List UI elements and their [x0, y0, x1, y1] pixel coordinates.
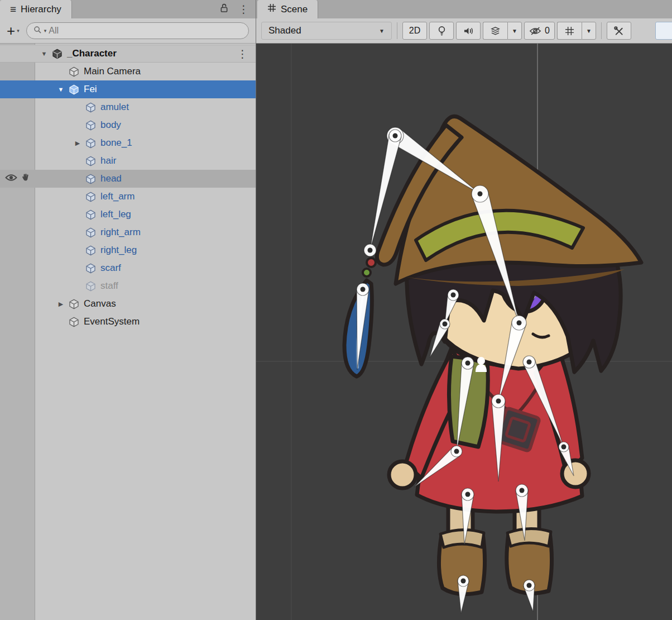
- gameobject-cube-icon: [67, 66, 80, 77]
- scene-panel: Scene Shaded ▼ 2D ▼: [256, 0, 672, 620]
- component-tools-button[interactable]: [607, 22, 631, 40]
- scene-viewport[interactable]: [256, 44, 672, 620]
- toolbar-separator: [601, 22, 602, 39]
- hierarchy-item-right-arm[interactable]: right_arm: [0, 223, 256, 241]
- hierarchy-item-canvas[interactable]: ▶Canvas: [0, 295, 256, 313]
- shading-mode-label: Shaded: [268, 25, 301, 36]
- hierarchy-item-fei[interactable]: ▼Fei: [0, 80, 256, 98]
- hierarchy-item-amulet[interactable]: amulet: [0, 98, 256, 116]
- row-gutter: [0, 313, 35, 331]
- lock-icon[interactable]: [220, 3, 228, 15]
- lighting-toggle-button[interactable]: [429, 22, 454, 40]
- gameobject-cube-icon: [84, 137, 97, 149]
- tab-hierarchy[interactable]: ≡ Hierarchy: [0, 0, 72, 18]
- search-filter-caret-icon[interactable]: ▾: [44, 28, 47, 34]
- scene-tabbar: Scene: [256, 0, 672, 18]
- panel-menu-icon: ≡: [10, 4, 16, 15]
- tab-scene[interactable]: Scene: [257, 0, 318, 18]
- search-input[interactable]: [49, 26, 242, 36]
- gameobject-cube-icon: [84, 209, 97, 220]
- grid-visibility-button[interactable]: [557, 22, 582, 40]
- toolbar-separator: [397, 22, 397, 39]
- gameobject-cube-icon: [67, 84, 80, 95]
- hierarchy-item-label: scarf: [100, 263, 121, 274]
- hierarchy-tree: ▼_Character⋮Main Camera▼Feiamuletbody▶bo…: [0, 44, 256, 331]
- gameobject-cube-icon: [84, 155, 97, 166]
- expand-triangle-icon[interactable]: ▶: [55, 301, 67, 308]
- grid-dropdown-button[interactable]: ▼: [582, 22, 596, 40]
- search-icon: [33, 26, 42, 36]
- gameobject-cube-icon: [67, 298, 80, 309]
- scene-toolbar: Shaded ▼ 2D ▼ 0: [256, 18, 672, 44]
- pickability-hand-icon[interactable]: [21, 173, 31, 185]
- expand-triangle-icon[interactable]: ▶: [71, 140, 84, 147]
- scene-options-icon[interactable]: ⋮: [237, 47, 248, 60]
- hierarchy-item-body[interactable]: body: [0, 116, 256, 134]
- 2d-toggle-button[interactable]: 2D: [402, 22, 427, 40]
- hierarchy-item-staff[interactable]: staff: [0, 277, 256, 295]
- scene-canvas: [256, 44, 672, 620]
- hierarchy-search[interactable]: ▾: [26, 22, 249, 39]
- shading-mode-dropdown[interactable]: Shaded ▼: [261, 22, 392, 40]
- hierarchy-item-label: amulet: [100, 102, 129, 113]
- hierarchy-item-head[interactable]: head: [0, 170, 256, 188]
- add-object-button[interactable]: + ▾: [7, 23, 20, 38]
- kebab-menu-icon[interactable]: ⋮: [238, 3, 249, 16]
- gameobject-cube-icon: [84, 227, 97, 238]
- hierarchy-item-label: left_arm: [100, 191, 135, 202]
- hierarchy-item-label: head: [100, 173, 122, 184]
- row-gutter: [0, 63, 35, 80]
- hierarchy-item-scarf[interactable]: scarf: [0, 259, 256, 277]
- hierarchy-item-hair[interactable]: hair: [0, 152, 256, 170]
- effects-dropdown-button[interactable]: ▼: [507, 22, 522, 40]
- hierarchy-item-label: hair: [100, 155, 116, 166]
- gameobject-cube-icon: [84, 245, 97, 256]
- hierarchy-tree-area: ▼_Character⋮Main Camera▼Feiamuletbody▶bo…: [0, 44, 256, 620]
- row-gutter: [0, 223, 35, 241]
- hierarchy-item-label: body: [100, 120, 121, 131]
- hierarchy-item-label: left_leg: [100, 209, 131, 220]
- row-gutter: [0, 170, 35, 188]
- overflow-button[interactable]: [655, 22, 672, 40]
- hierarchy-tabbar: ≡ Hierarchy ⋮: [0, 0, 256, 18]
- hierarchy-item--character[interactable]: ▼_Character⋮: [0, 45, 256, 63]
- chevron-down-icon: ▾: [17, 28, 20, 34]
- hierarchy-item-label: right_arm: [100, 227, 141, 238]
- tab-hierarchy-label: Hierarchy: [21, 4, 61, 15]
- hierarchy-panel: ≡ Hierarchy ⋮ + ▾ ▾: [0, 0, 256, 620]
- visibility-eye-icon[interactable]: [5, 173, 17, 185]
- grid-tab-icon: [267, 3, 276, 15]
- chevron-down-icon: ▼: [586, 28, 592, 34]
- hierarchy-item-eventsystem[interactable]: EventSystem: [0, 313, 256, 331]
- hierarchy-item-main-camera[interactable]: Main Camera: [0, 63, 256, 80]
- hierarchy-item-label: right_leg: [100, 245, 137, 256]
- scene-visibility-button[interactable]: 0: [524, 22, 555, 40]
- row-gutter: [0, 206, 35, 223]
- gameobject-cube-icon: [84, 173, 97, 184]
- hierarchy-item-label: EventSystem: [84, 316, 140, 327]
- hierarchy-item-left-arm[interactable]: left_arm: [0, 188, 256, 206]
- tab-scene-label: Scene: [281, 4, 308, 15]
- hierarchy-item-label: staff: [100, 280, 118, 292]
- chevron-down-icon: ▼: [512, 28, 517, 34]
- collapse-triangle-icon[interactable]: ▼: [38, 50, 50, 57]
- hierarchy-item-label: Canvas: [84, 298, 116, 309]
- hierarchy-item-right-leg[interactable]: right_leg: [0, 241, 256, 259]
- row-gutter: [0, 241, 35, 259]
- gameobject-cube-icon: [84, 191, 97, 202]
- effects-toggle-button[interactable]: [483, 22, 507, 40]
- hierarchy-item-label: Fei: [84, 84, 97, 95]
- row-gutter: [0, 45, 35, 62]
- audio-toggle-button[interactable]: [456, 22, 481, 40]
- gameobject-cube-icon: [84, 263, 97, 274]
- collapse-triangle-icon[interactable]: ▼: [55, 86, 67, 93]
- gameobject-cube-icon: [84, 102, 97, 113]
- hierarchy-item-left-leg[interactable]: left_leg: [0, 206, 256, 223]
- unity-editor: ≡ Hierarchy ⋮ + ▾ ▾: [0, 0, 672, 620]
- row-gutter: [0, 259, 35, 277]
- hierarchy-item-label: bone_1: [100, 137, 132, 149]
- hierarchy-item-bone-1[interactable]: ▶bone_1: [0, 134, 256, 152]
- row-gutter: [0, 295, 35, 313]
- hierarchy-toolbar: + ▾ ▾: [0, 18, 256, 44]
- hidden-count: 0: [545, 26, 550, 36]
